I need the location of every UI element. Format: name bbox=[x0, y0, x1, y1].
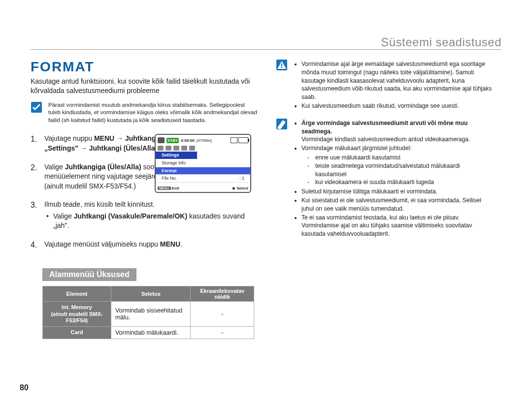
stby-badge: STBY bbox=[166, 138, 179, 143]
step-4: Vajutage menüüst väljumiseks nuppu MENU. bbox=[44, 240, 257, 250]
mode-icon bbox=[181, 146, 187, 151]
warning-icon bbox=[276, 59, 288, 71]
warning-block: Vormindamise ajal ärge eemaldage salvest… bbox=[294, 59, 493, 111]
note-block: Ärge vormindage salvestusmeediumit arvut… bbox=[294, 118, 493, 239]
lcd-menu-item: File No.: 1 bbox=[156, 175, 250, 183]
table-row: Card Vormindab mälukaardi. - bbox=[43, 327, 254, 339]
page-number: 80 bbox=[20, 383, 29, 392]
menu-badge: MENU bbox=[158, 187, 171, 190]
card-icon bbox=[231, 137, 237, 143]
step-number: 4. bbox=[31, 240, 39, 250]
lcd-menu-item-selected: Format bbox=[156, 167, 250, 175]
lcd-time: 0:00:00 bbox=[181, 138, 195, 143]
lcd-preview: STBY 0:00:00 [475Min] bbox=[155, 134, 253, 193]
th-explain: Seletus bbox=[111, 286, 191, 302]
th-element: Element bbox=[43, 286, 111, 302]
lcd-menu-title: Settings bbox=[156, 152, 197, 159]
note-1: Pärast vormindamist muutub andmekandja k… bbox=[48, 101, 257, 125]
mode-icon bbox=[189, 146, 195, 151]
section-intro: Kasutage antud funktsiooni, kui soovite … bbox=[31, 77, 257, 95]
section-title: FORMAT bbox=[31, 59, 257, 75]
th-indicator: Ekraanilekuvatav näidik bbox=[191, 286, 254, 302]
step-number: 2. bbox=[31, 162, 39, 191]
svg-rect-2 bbox=[281, 63, 282, 66]
mode-icon bbox=[173, 146, 179, 151]
dpad-icon: ◉ bbox=[232, 186, 235, 190]
table-row: Int. Memory(ainult mudelil SMX-F53/F54) … bbox=[43, 302, 254, 327]
step-number: 3. bbox=[31, 200, 39, 231]
check-icon bbox=[31, 101, 42, 113]
page-header: Süsteemi seadistused bbox=[381, 35, 501, 49]
lcd-menu-item: Storage Info bbox=[156, 159, 250, 167]
header-rule bbox=[31, 49, 501, 50]
step-3: Ilmub teade, mis küsib teilt kinnitust. … bbox=[44, 200, 257, 231]
camcorder-icon bbox=[158, 137, 165, 143]
mode-icon bbox=[158, 146, 164, 151]
submenu-heading: Alammenüü Üksused bbox=[42, 268, 136, 281]
battery-icon bbox=[238, 137, 248, 143]
lcd-remain: [475Min] bbox=[197, 138, 212, 143]
submenu-table: Element Seletus Ekraanilekuvatav näidik … bbox=[42, 286, 254, 339]
step-number: 1. bbox=[31, 134, 39, 153]
note-icon bbox=[276, 118, 288, 130]
svg-rect-3 bbox=[281, 67, 282, 68]
mode-icon bbox=[166, 146, 171, 151]
